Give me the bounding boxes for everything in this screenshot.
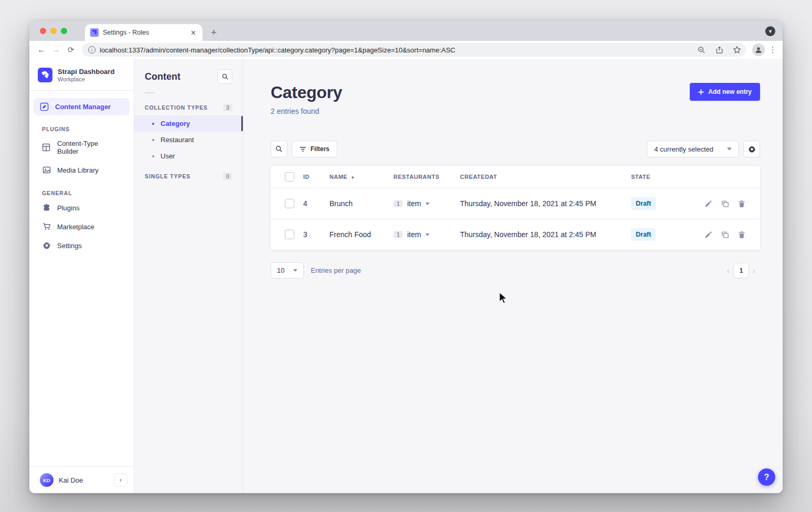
add-new-entry-label: Add new entry: [708, 88, 752, 95]
sidebar-item-settings[interactable]: Settings: [29, 236, 134, 255]
page-size-value: 10: [277, 266, 284, 274]
delete-icon[interactable]: [738, 231, 745, 239]
edit-icon[interactable]: [704, 231, 712, 239]
sidebar-item-media-library[interactable]: Media Library: [29, 161, 134, 179]
fields-selected-dropdown[interactable]: 4 currently selected: [647, 141, 739, 157]
bullet-icon: [152, 139, 154, 141]
tab-overflow-chevron-icon[interactable]: ▼: [765, 26, 775, 36]
gear-icon: [748, 145, 756, 153]
cell-createdat: Thursday, November 18, 2021 at 2:45 PM: [460, 199, 631, 208]
cell-name: Brunch: [329, 199, 393, 208]
delete-icon[interactable]: [738, 200, 745, 208]
cell-id: 3: [303, 230, 329, 239]
next-page-icon[interactable]: ›: [748, 266, 760, 275]
plugins-section-header: PLUGINS: [29, 115, 134, 134]
browser-profile-avatar[interactable]: [752, 44, 765, 56]
chevron-down-icon[interactable]: [425, 233, 430, 236]
layout-grid-icon: [42, 143, 51, 152]
sidebar-item-marketplace[interactable]: Marketplace: [29, 217, 134, 236]
tab-close-icon[interactable]: ✕: [189, 29, 197, 37]
sidebar-item-content-type-builder[interactable]: Content-Type Builder: [29, 134, 134, 161]
strapi-favicon: [90, 28, 99, 37]
browser-tab[interactable]: Settings - Roles ✕: [85, 24, 202, 41]
entries-per-page-label: Entries per page: [311, 266, 360, 274]
address-bar[interactable]: i localhost:1337/admin/content-manager/c…: [82, 43, 746, 57]
current-page-button[interactable]: 1: [734, 264, 748, 278]
chevron-down-icon: [293, 269, 297, 272]
edit-icon[interactable]: [704, 200, 712, 208]
table-row[interactable]: 4 Brunch 1 item Thursday, November 18, 2…: [271, 188, 760, 219]
user-name: Kai Doe: [59, 476, 83, 484]
sort-ascending-icon: ▲: [350, 175, 355, 179]
table-settings-button[interactable]: [743, 141, 760, 157]
sidebar-item-plugins[interactable]: Plugins: [29, 198, 134, 217]
subnav-item-category[interactable]: Category: [134, 115, 243, 132]
duplicate-icon[interactable]: [721, 200, 729, 208]
help-button[interactable]: ?: [758, 468, 775, 486]
select-all-checkbox[interactable]: [285, 172, 294, 182]
table-search-button[interactable]: [271, 141, 287, 157]
site-info-icon[interactable]: i: [88, 46, 95, 54]
share-icon[interactable]: [712, 46, 726, 54]
sidebar-item-label: Content-Type Builder: [57, 140, 121, 155]
sidebar-item-content-manager[interactable]: Content Manager: [34, 98, 130, 115]
chevron-down-icon[interactable]: [425, 202, 430, 205]
chevron-down-icon: [727, 147, 732, 151]
feather-icon: [40, 102, 49, 111]
main-sidebar: Strapi Dashboard Workplace Content Manag…: [29, 59, 134, 493]
zoom-page-icon[interactable]: [695, 46, 708, 54]
forward-button[interactable]: →: [49, 45, 63, 55]
close-window-button[interactable]: [40, 28, 46, 34]
cell-createdat: Thursday, November 18, 2021 at 2:45 PM: [460, 230, 631, 239]
table-row[interactable]: 3 French Food 1 item Thursday, November …: [271, 219, 760, 250]
column-header-createdat[interactable]: CREATEDAT: [460, 174, 631, 180]
back-button[interactable]: ←: [35, 45, 48, 55]
column-header-restaurants[interactable]: RESTAURANTS: [393, 174, 460, 180]
add-new-entry-button[interactable]: Add new entry: [690, 83, 760, 101]
collection-types-count-badge: 3: [223, 104, 232, 111]
reload-button[interactable]: ⟳: [64, 46, 78, 54]
bookmark-star-icon[interactable]: [730, 46, 744, 54]
row-checkbox[interactable]: [285, 230, 294, 239]
subnav-item-restaurant[interactable]: Restaurant: [134, 132, 243, 148]
browser-toolbar: ← → ⟳ i localhost:1337/admin/content-man…: [29, 41, 783, 59]
filters-label: Filters: [311, 145, 329, 153]
cell-restaurants[interactable]: 1 item: [393, 230, 460, 239]
row-checkbox[interactable]: [285, 199, 294, 208]
collection-types-label: COLLECTION TYPES: [145, 104, 208, 111]
state-badge: Draft: [631, 197, 656, 210]
column-header-name[interactable]: NAME ▲: [329, 174, 393, 180]
duplicate-icon[interactable]: [721, 231, 729, 239]
cell-name: French Food: [329, 230, 393, 239]
subnav-item-user[interactable]: User: [134, 148, 243, 164]
brand-name: Strapi Dashboard: [58, 68, 114, 76]
collection-types-header: COLLECTION TYPES 3: [134, 95, 243, 115]
table-header-row: ID NAME ▲ RESTAURANTS CREATEDAT STATE: [271, 166, 760, 188]
sidebar-item-label: Plugins: [57, 204, 80, 212]
page-size-dropdown[interactable]: 10: [271, 262, 304, 279]
browser-menu-icon[interactable]: ⋮: [768, 45, 777, 55]
subnav-search-button[interactable]: [218, 69, 232, 84]
previous-page-icon[interactable]: ‹: [722, 266, 734, 275]
sidebar-item-label: Content Manager: [55, 103, 111, 111]
cell-restaurants[interactable]: 1 item: [393, 199, 460, 208]
maximize-window-button[interactable]: [61, 28, 67, 34]
cart-icon: [42, 222, 51, 231]
user-profile[interactable]: KD Kai Doe ‹: [29, 466, 134, 493]
subnav-scrollbar[interactable]: [241, 116, 243, 131]
filters-button[interactable]: Filters: [292, 141, 337, 157]
subnav-item-label: Restaurant: [161, 136, 194, 144]
subnav-item-label: Category: [161, 120, 190, 127]
tab-title: Settings - Roles: [103, 29, 185, 36]
brand: Strapi Dashboard Workplace: [29, 59, 134, 91]
collapse-sidebar-button[interactable]: ‹: [114, 473, 127, 487]
entries-table: ID NAME ▲ RESTAURANTS CREATEDAT STATE 4 …: [271, 166, 760, 250]
minimize-window-button[interactable]: [50, 28, 57, 34]
column-header-state[interactable]: STATE: [631, 174, 692, 180]
main-content: Category 2 entries found Add new entry F…: [243, 59, 783, 493]
single-types-label: SINGLE TYPES: [145, 173, 190, 179]
column-header-id[interactable]: ID: [303, 174, 329, 180]
action-bar: Filters 4 currently selected: [271, 141, 760, 157]
relation-label: item: [407, 230, 421, 239]
new-tab-button[interactable]: +: [211, 27, 217, 37]
